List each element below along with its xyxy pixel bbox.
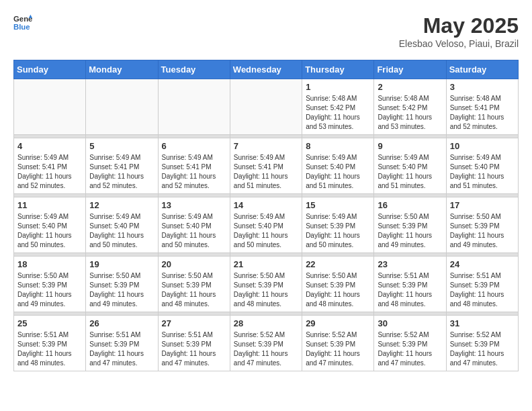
calendar-cell: 23Sunrise: 5:51 AM Sunset: 5:39 PM Dayli… xyxy=(374,257,446,312)
day-detail: Sunrise: 5:49 AM Sunset: 5:41 PM Dayligh… xyxy=(162,153,226,191)
day-detail: Sunrise: 5:48 AM Sunset: 5:42 PM Dayligh… xyxy=(306,94,370,132)
calendar-cell: 2Sunrise: 5:48 AM Sunset: 5:42 PM Daylig… xyxy=(374,79,446,135)
logo-icon: General Blue xyxy=(13,13,32,32)
day-number: 15 xyxy=(306,200,370,210)
page-header: General Blue May 2025 Elesbao Veloso, Pi… xyxy=(13,13,519,49)
day-detail: Sunrise: 5:49 AM Sunset: 5:41 PM Dayligh… xyxy=(89,153,154,191)
svg-text:General: General xyxy=(13,15,32,23)
day-detail: Sunrise: 5:52 AM Sunset: 5:39 PM Dayligh… xyxy=(450,330,515,368)
day-number: 10 xyxy=(450,141,515,151)
calendar-cell: 3Sunrise: 5:48 AM Sunset: 5:41 PM Daylig… xyxy=(446,79,518,135)
day-detail: Sunrise: 5:51 AM Sunset: 5:39 PM Dayligh… xyxy=(162,330,226,368)
month-title: May 2025 xyxy=(399,13,519,38)
day-detail: Sunrise: 5:49 AM Sunset: 5:40 PM Dayligh… xyxy=(234,212,298,250)
day-number: 21 xyxy=(234,259,298,269)
day-detail: Sunrise: 5:52 AM Sunset: 5:39 PM Dayligh… xyxy=(378,330,442,368)
day-number: 22 xyxy=(306,259,370,269)
day-number: 20 xyxy=(162,259,226,269)
week-row-3: 18Sunrise: 5:50 AM Sunset: 5:39 PM Dayli… xyxy=(14,257,519,312)
week-row-0: 1Sunrise: 5:48 AM Sunset: 5:42 PM Daylig… xyxy=(14,79,519,135)
day-detail: Sunrise: 5:52 AM Sunset: 5:39 PM Dayligh… xyxy=(306,330,370,368)
calendar-cell: 17Sunrise: 5:50 AM Sunset: 5:39 PM Dayli… xyxy=(446,197,518,253)
day-detail: Sunrise: 5:50 AM Sunset: 5:39 PM Dayligh… xyxy=(378,212,442,250)
day-number: 12 xyxy=(89,200,154,210)
day-detail: Sunrise: 5:50 AM Sunset: 5:39 PM Dayligh… xyxy=(17,271,82,309)
calendar-cell: 28Sunrise: 5:52 AM Sunset: 5:39 PM Dayli… xyxy=(230,316,302,371)
day-detail: Sunrise: 5:50 AM Sunset: 5:39 PM Dayligh… xyxy=(89,271,154,309)
day-detail: Sunrise: 5:49 AM Sunset: 5:40 PM Dayligh… xyxy=(450,153,515,191)
day-detail: Sunrise: 5:49 AM Sunset: 5:40 PM Dayligh… xyxy=(89,212,154,250)
day-detail: Sunrise: 5:51 AM Sunset: 5:39 PM Dayligh… xyxy=(450,271,515,309)
day-number: 24 xyxy=(450,259,515,269)
calendar-cell: 24Sunrise: 5:51 AM Sunset: 5:39 PM Dayli… xyxy=(446,257,518,312)
day-detail: Sunrise: 5:50 AM Sunset: 5:39 PM Dayligh… xyxy=(162,271,226,309)
day-number: 25 xyxy=(17,318,82,328)
calendar-cell: 16Sunrise: 5:50 AM Sunset: 5:39 PM Dayli… xyxy=(374,197,446,253)
weekday-header-row: SundayMondayTuesdayWednesdayThursdayFrid… xyxy=(14,60,519,79)
calendar-cell: 15Sunrise: 5:49 AM Sunset: 5:39 PM Dayli… xyxy=(302,197,374,253)
calendar-cell: 14Sunrise: 5:49 AM Sunset: 5:40 PM Dayli… xyxy=(230,197,302,253)
day-detail: Sunrise: 5:49 AM Sunset: 5:39 PM Dayligh… xyxy=(306,212,370,250)
calendar-cell: 18Sunrise: 5:50 AM Sunset: 5:39 PM Dayli… xyxy=(14,257,86,312)
day-detail: Sunrise: 5:51 AM Sunset: 5:39 PM Dayligh… xyxy=(17,330,82,368)
day-number: 19 xyxy=(89,259,154,269)
day-detail: Sunrise: 5:50 AM Sunset: 5:39 PM Dayligh… xyxy=(306,271,370,309)
calendar-cell: 12Sunrise: 5:49 AM Sunset: 5:40 PM Dayli… xyxy=(86,197,158,253)
weekday-header-friday: Friday xyxy=(374,60,446,79)
calendar-cell: 27Sunrise: 5:51 AM Sunset: 5:39 PM Dayli… xyxy=(158,316,230,371)
day-number: 28 xyxy=(234,318,298,328)
calendar-cell: 22Sunrise: 5:50 AM Sunset: 5:39 PM Dayli… xyxy=(302,257,374,312)
calendar-cell: 13Sunrise: 5:49 AM Sunset: 5:40 PM Dayli… xyxy=(158,197,230,253)
calendar-cell: 4Sunrise: 5:49 AM Sunset: 5:41 PM Daylig… xyxy=(14,138,86,194)
calendar-cell xyxy=(86,79,158,135)
weekday-header-sunday: Sunday xyxy=(14,60,86,79)
day-number: 6 xyxy=(162,141,226,151)
day-number: 27 xyxy=(162,318,226,328)
calendar-cell xyxy=(230,79,302,135)
day-number: 8 xyxy=(306,141,370,151)
location-subtitle: Elesbao Veloso, Piaui, Brazil xyxy=(399,38,519,49)
day-number: 2 xyxy=(378,82,442,92)
day-number: 7 xyxy=(234,141,298,151)
calendar-cell: 29Sunrise: 5:52 AM Sunset: 5:39 PM Dayli… xyxy=(302,316,374,371)
calendar-cell: 11Sunrise: 5:49 AM Sunset: 5:40 PM Dayli… xyxy=(14,197,86,253)
day-detail: Sunrise: 5:49 AM Sunset: 5:40 PM Dayligh… xyxy=(17,212,82,250)
calendar-cell: 19Sunrise: 5:50 AM Sunset: 5:39 PM Dayli… xyxy=(86,257,158,312)
calendar-cell: 1Sunrise: 5:48 AM Sunset: 5:42 PM Daylig… xyxy=(302,79,374,135)
day-number: 14 xyxy=(234,200,298,210)
calendar-cell xyxy=(158,79,230,135)
calendar-cell: 30Sunrise: 5:52 AM Sunset: 5:39 PM Dayli… xyxy=(374,316,446,371)
day-detail: Sunrise: 5:50 AM Sunset: 5:39 PM Dayligh… xyxy=(450,212,515,250)
calendar-cell: 7Sunrise: 5:49 AM Sunset: 5:41 PM Daylig… xyxy=(230,138,302,194)
title-block: May 2025 Elesbao Veloso, Piaui, Brazil xyxy=(399,13,519,49)
calendar-cell: 6Sunrise: 5:49 AM Sunset: 5:41 PM Daylig… xyxy=(158,138,230,194)
day-number: 16 xyxy=(378,200,442,210)
day-number: 31 xyxy=(450,318,515,328)
day-number: 23 xyxy=(378,259,442,269)
day-detail: Sunrise: 5:51 AM Sunset: 5:39 PM Dayligh… xyxy=(378,271,442,309)
logo: General Blue xyxy=(13,13,32,32)
weekday-header-saturday: Saturday xyxy=(446,60,518,79)
weekday-header-wednesday: Wednesday xyxy=(230,60,302,79)
day-number: 13 xyxy=(162,200,226,210)
day-number: 17 xyxy=(450,200,515,210)
day-number: 3 xyxy=(450,82,515,92)
day-detail: Sunrise: 5:49 AM Sunset: 5:40 PM Dayligh… xyxy=(162,212,226,250)
calendar-cell: 5Sunrise: 5:49 AM Sunset: 5:41 PM Daylig… xyxy=(86,138,158,194)
calendar-cell: 10Sunrise: 5:49 AM Sunset: 5:40 PM Dayli… xyxy=(446,138,518,194)
calendar-cell xyxy=(14,79,86,135)
day-number: 4 xyxy=(17,141,82,151)
day-detail: Sunrise: 5:50 AM Sunset: 5:39 PM Dayligh… xyxy=(234,271,298,309)
day-number: 1 xyxy=(306,82,370,92)
day-number: 26 xyxy=(89,318,154,328)
day-detail: Sunrise: 5:49 AM Sunset: 5:41 PM Dayligh… xyxy=(17,153,82,191)
calendar-cell: 25Sunrise: 5:51 AM Sunset: 5:39 PM Dayli… xyxy=(14,316,86,371)
day-number: 18 xyxy=(17,259,82,269)
week-row-4: 25Sunrise: 5:51 AM Sunset: 5:39 PM Dayli… xyxy=(14,316,519,371)
weekday-header-thursday: Thursday xyxy=(302,60,374,79)
day-detail: Sunrise: 5:49 AM Sunset: 5:41 PM Dayligh… xyxy=(234,153,298,191)
calendar-cell: 20Sunrise: 5:50 AM Sunset: 5:39 PM Dayli… xyxy=(158,257,230,312)
day-detail: Sunrise: 5:48 AM Sunset: 5:42 PM Dayligh… xyxy=(378,94,442,132)
day-number: 9 xyxy=(378,141,442,151)
day-detail: Sunrise: 5:49 AM Sunset: 5:40 PM Dayligh… xyxy=(306,153,370,191)
